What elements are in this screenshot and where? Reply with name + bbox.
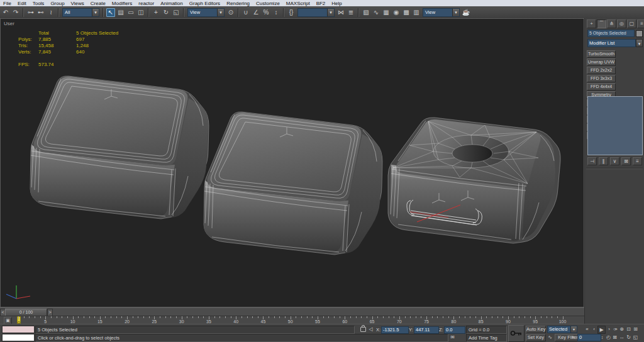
modifier-button-unwrap-uvw[interactable]: Unwrap UVW bbox=[587, 58, 616, 66]
set-keys-button[interactable] bbox=[508, 325, 525, 342]
go-to-start-icon[interactable]: « bbox=[570, 334, 577, 341]
spinner-snap-icon[interactable]: ↕ bbox=[272, 8, 280, 17]
select-scale-icon[interactable]: ◱ bbox=[172, 8, 180, 17]
key-mode-dropdown[interactable]: Selected▾ bbox=[547, 326, 577, 333]
redo-icon[interactable]: ↷ bbox=[11, 8, 20, 17]
quick-render-icon[interactable]: ☕ bbox=[462, 8, 470, 17]
mirror-icon[interactable]: ⋈ bbox=[336, 8, 345, 17]
menu-edit[interactable]: Edit bbox=[14, 1, 30, 6]
transform-type-in-icon[interactable]: ◁ bbox=[367, 326, 374, 333]
remove-modifier-icon[interactable]: ⊠ bbox=[621, 157, 631, 165]
menu-file[interactable]: File bbox=[0, 1, 14, 6]
y-coordinate-field[interactable]: 447.11 bbox=[414, 326, 439, 334]
track-bar[interactable]: ▣ 0 510152025303540455055606570758085909… bbox=[0, 316, 584, 324]
menu-rendering[interactable]: Rendering bbox=[223, 1, 253, 6]
unlink-selection-icon[interactable]: ⊷ bbox=[36, 8, 45, 17]
x-coordinate-field[interactable]: -1321.5 bbox=[381, 326, 409, 334]
menu-modifiers[interactable]: Modifiers bbox=[109, 1, 135, 6]
snap-toggle-icon[interactable]: ∪ bbox=[242, 8, 250, 17]
add-time-tag-button[interactable]: Add Time Tag bbox=[466, 334, 507, 342]
key-mode-curve-icon[interactable]: ∿ bbox=[547, 334, 553, 341]
chevron-down-icon[interactable]: ▾ bbox=[452, 9, 459, 16]
tab-hierarchy[interactable]: ⋔ bbox=[607, 19, 616, 28]
current-frame-marker[interactable]: 0 bbox=[17, 316, 21, 324]
auto-key-button[interactable]: Auto Key bbox=[526, 326, 546, 333]
selection-filter-dropdown[interactable]: All▾ bbox=[62, 8, 99, 17]
modifier-list-dropdown[interactable]: Modifier List bbox=[587, 39, 636, 47]
chevron-down-icon[interactable]: ▾ bbox=[92, 9, 99, 16]
configure-modifier-sets-icon[interactable]: ≡ bbox=[633, 157, 642, 165]
play-icon[interactable]: ▶ bbox=[597, 326, 606, 334]
align-icon[interactable]: ≣ bbox=[347, 8, 355, 17]
menu-views[interactable]: Views bbox=[68, 1, 87, 6]
menu-graph-editors[interactable]: Graph Editors bbox=[186, 1, 223, 6]
modifier-button-ffd-3x3x3[interactable]: FFD 3x3x3 bbox=[587, 75, 616, 82]
make-unique-icon[interactable]: ∨ bbox=[610, 157, 619, 165]
menu-create[interactable]: Create bbox=[87, 1, 109, 6]
curve-editor-icon[interactable]: ∿ bbox=[372, 8, 380, 17]
undo-icon[interactable]: ↶ bbox=[1, 8, 10, 17]
rect-selection-region-icon[interactable]: ▭ bbox=[126, 8, 135, 17]
menu-bf2[interactable]: BF2 bbox=[313, 1, 329, 6]
prev-frame-icon[interactable]: ‹ bbox=[591, 326, 597, 333]
bind-spacewarp-icon[interactable]: ≀ bbox=[47, 8, 55, 17]
tab-display[interactable]: ▢ bbox=[627, 19, 636, 28]
chevron-down-icon[interactable]: ▾ bbox=[636, 39, 643, 47]
menu-animation[interactable]: Animation bbox=[157, 1, 186, 6]
modifier-button-turbosmooth[interactable]: TurboSmooth bbox=[587, 50, 616, 58]
selection-lock-icon[interactable] bbox=[360, 327, 366, 332]
tab-utilities[interactable]: ≡ bbox=[637, 19, 644, 28]
select-rotate-icon[interactable]: ↻ bbox=[162, 8, 170, 17]
percent-snap-icon[interactable]: % bbox=[262, 8, 270, 17]
zoom-icon[interactable]: ○ bbox=[611, 326, 618, 333]
pan-icon[interactable]: ↔ bbox=[618, 334, 625, 341]
select-by-name-icon[interactable]: ▤ bbox=[116, 8, 125, 17]
render-setup-icon[interactable]: ▩ bbox=[402, 8, 411, 17]
chevron-down-icon[interactable]: ▾ bbox=[217, 9, 224, 16]
maxscript-listener-field[interactable] bbox=[2, 334, 35, 341]
angle-snap-icon[interactable]: ∠ bbox=[252, 8, 260, 17]
communicate-icon[interactable]: ✉ bbox=[449, 334, 456, 341]
menu-customize[interactable]: Customize bbox=[253, 1, 283, 6]
tab-motion[interactable]: ◎ bbox=[617, 19, 626, 28]
reference-coordinate-dropdown[interactable]: View▾ bbox=[187, 8, 225, 17]
layer-manager-icon[interactable]: ▧ bbox=[362, 8, 370, 17]
select-move-icon[interactable]: + bbox=[152, 8, 160, 17]
menu-maxscript[interactable]: MAXScript bbox=[283, 1, 313, 6]
object-name-field[interactable]: 5 Objects Selected bbox=[587, 30, 635, 37]
schematic-view-icon[interactable]: ▦ bbox=[382, 8, 391, 17]
go-to-start-icon[interactable]: « bbox=[584, 326, 591, 333]
zoom-region-icon[interactable]: ⊠ bbox=[611, 334, 618, 341]
edit-named-selections-icon[interactable]: {} bbox=[287, 8, 296, 17]
menu-group[interactable]: Group bbox=[47, 1, 67, 6]
modifier-stack-list[interactable] bbox=[587, 96, 643, 155]
macro-recorder-field[interactable] bbox=[2, 326, 35, 333]
zoom-extents-all-icon[interactable]: ⊞ bbox=[632, 326, 639, 333]
zoom-all-icon[interactable]: ⊕ bbox=[618, 326, 625, 333]
material-editor-icon[interactable]: ◉ bbox=[392, 8, 401, 17]
select-object-icon[interactable]: ↖ bbox=[106, 8, 115, 17]
tab-modify[interactable]: ⌒ bbox=[597, 19, 606, 28]
window-crossing-icon[interactable]: ◫ bbox=[136, 8, 145, 17]
menu-help[interactable]: Help bbox=[328, 1, 345, 6]
named-selection-dropdown[interactable]: ▾ bbox=[297, 8, 335, 17]
maximize-viewport-icon[interactable]: ◱ bbox=[632, 334, 639, 341]
chevron-down-icon[interactable]: ▾ bbox=[327, 9, 334, 16]
arc-rotate-icon[interactable]: ↻ bbox=[625, 334, 632, 341]
set-key-button[interactable]: Set Key bbox=[526, 334, 546, 341]
viewport-label[interactable]: User bbox=[4, 21, 14, 26]
pin-stack-icon[interactable]: ⊣ bbox=[587, 157, 597, 165]
current-frame-field[interactable]: 0 bbox=[577, 334, 601, 341]
modifier-button-ffd-4x4x4[interactable]: FFD 4x4x4 bbox=[587, 83, 616, 91]
menu-tools[interactable]: Tools bbox=[30, 1, 48, 6]
z-coordinate-field[interactable]: 0.0 bbox=[444, 326, 465, 334]
tab-create[interactable]: + bbox=[587, 19, 596, 28]
render-preset-dropdown[interactable]: View▾ bbox=[423, 8, 460, 17]
select-link-icon[interactable]: ⊶ bbox=[26, 8, 35, 17]
rendered-frame-icon[interactable]: ▥ bbox=[412, 8, 421, 17]
viewport-canvas[interactable]: User Total5 Objects SelectedPolys:7,8856… bbox=[0, 18, 584, 307]
modifier-button-ffd-2x2x2[interactable]: FFD 2x2x2 bbox=[587, 67, 616, 74]
menu-reactor[interactable]: reactor bbox=[135, 1, 157, 6]
chevron-down-icon[interactable]: ▾ bbox=[570, 326, 577, 333]
object-color-swatch[interactable] bbox=[636, 30, 643, 37]
